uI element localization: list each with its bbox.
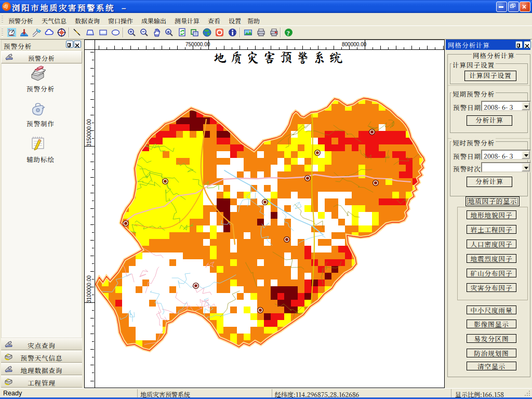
- svg-text:?: ?: [287, 29, 290, 37]
